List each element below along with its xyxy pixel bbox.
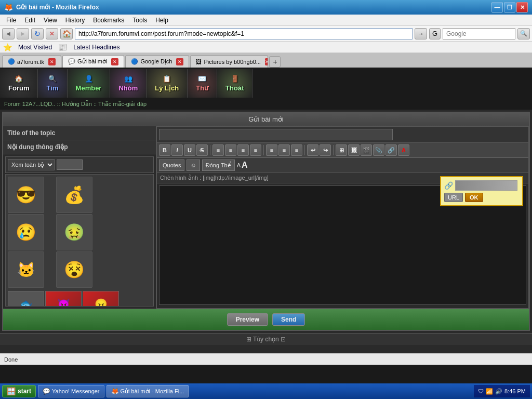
breadcrumb-forum[interactable]: Forum 12A7...LQD.. <box>4 101 55 107</box>
emoji-item[interactable]: 😵 <box>56 251 92 288</box>
tab-close-a7forum[interactable]: ✕ <box>48 58 56 65</box>
toolbar-align-center[interactable]: ≡ <box>225 144 236 156</box>
bookmark-latest-headlines[interactable]: Latest Headlines <box>73 44 119 51</box>
toolbar-table[interactable]: ⊞ <box>336 144 347 156</box>
form-buttons: Preview Send <box>3 309 529 330</box>
banner-forum[interactable]: 🏠 Forum <box>0 69 38 98</box>
toolbar-link[interactable]: 🔗 <box>385 144 397 156</box>
addressbar: ◀ ▶ ↻ ✕ 🏠 → G 🔍 <box>0 26 532 42</box>
browser-icon: 🦊 <box>4 3 13 11</box>
emoji-item[interactable]: 😢 <box>8 214 44 250</box>
url-popup-buttons: URL OK <box>444 193 519 202</box>
banner-member[interactable]: 👤 Member <box>68 69 111 98</box>
emoji-panel: Xem toàn bộ 😎 💰 😢 🤢 <box>3 154 156 309</box>
emoji-filter-select[interactable]: Xem toàn bộ <box>8 159 55 170</box>
tab-gui-bai-moi[interactable]: 💬 Gửi bài mới ✕ <box>62 55 124 68</box>
sep1 <box>210 145 210 155</box>
banner-search-icon: 🔍 <box>48 75 57 83</box>
menu-tools[interactable]: Tools <box>128 16 151 25</box>
breadcrumb-sep1: :: <box>57 101 62 107</box>
search-button[interactable]: 🔍 <box>517 28 530 39</box>
breadcrumb-thac-mac[interactable]: Thắc mắc-giải đáp <box>98 101 147 107</box>
toolbar-attach[interactable]: 📎 <box>373 144 384 156</box>
toolbar-align-right[interactable]: ≡ <box>237 144 249 156</box>
search-input[interactable] <box>443 28 515 39</box>
close-button[interactable]: ✕ <box>516 2 528 12</box>
toolbar-list-unordered[interactable]: ≡ <box>278 144 290 156</box>
url-popup-ok-btn[interactable]: OK <box>465 193 483 202</box>
emoji-item[interactable]: 😎 <box>8 177 44 213</box>
menu-help[interactable]: Help <box>151 16 172 25</box>
emoji-item[interactable]: 💰 <box>56 177 92 213</box>
banner-profile[interactable]: 📋 Lý Lịch <box>147 69 188 98</box>
toolbar-bold[interactable]: B <box>159 144 170 156</box>
toolbar-image[interactable]: 🖼 <box>348 144 360 156</box>
tab-pictures[interactable]: 🖼 Pictures by b00ngb0... ✕ <box>190 55 268 68</box>
toolbar-strikethrough[interactable]: S̶ <box>196 144 208 156</box>
post-form-title: Gửi bài mới <box>248 115 283 123</box>
editor-toolbar: B I U S̶ ≡ ≡ ≡ ≡ ≡ ≡ ≡ ↩ ↪ <box>157 143 528 158</box>
toolbar-justify[interactable]: ≡ <box>250 144 261 156</box>
toolbar-undo[interactable]: ↩ <box>307 144 318 156</box>
topic-title-label: Title of the topic <box>7 129 55 137</box>
menu-edit[interactable]: Edit <box>20 16 39 25</box>
toolbar-close-tag[interactable]: Đóng Thể <box>202 159 235 171</box>
toolbar-list-ordered[interactable]: ≡ <box>266 144 277 156</box>
url-popup-input[interactable] <box>455 180 517 191</box>
menu-bookmarks[interactable]: Bookmarks <box>89 16 128 25</box>
restore-button[interactable]: ❐ <box>504 2 515 12</box>
browser-content: 🏠 Forum 🔍 Tìm 👤 Member 👥 Nhóm 📋 Lý Lịch … <box>0 68 532 353</box>
banner-logout[interactable]: 🚪 Thoát <box>217 69 252 98</box>
menu-history[interactable]: History <box>61 16 89 25</box>
reload-button[interactable]: ↻ <box>31 28 44 39</box>
minimize-button[interactable]: — <box>491 2 503 12</box>
tab-a7forum[interactable]: 🔵 a7forum.tk ✕ <box>2 55 61 68</box>
breadcrumb-huong-dan[interactable]: Hướng Dẫn <box>62 101 92 107</box>
home-button[interactable]: 🏠 <box>60 28 73 39</box>
toolbar-quotes[interactable]: Quotes <box>159 159 184 171</box>
options-label: Tùy chọn <box>253 336 279 343</box>
banner-logout-label: Thoát <box>225 84 244 92</box>
banner-profile-icon: 📋 <box>163 75 171 83</box>
emoji-item[interactable]: 🤢 <box>56 214 92 250</box>
url-popup-url-btn[interactable]: URL <box>444 193 463 202</box>
url-input[interactable] <box>75 28 413 39</box>
menu-view[interactable]: View <box>39 16 61 25</box>
topic-title-input[interactable] <box>159 129 393 140</box>
banner-search[interactable]: 🔍 Tìm <box>38 69 67 98</box>
banner-search-label: Tìm <box>46 84 58 92</box>
emoji-item[interactable]: 🐱 <box>8 251 44 288</box>
font-size-large: A <box>242 161 248 170</box>
toolbar-video[interactable]: 🎬 <box>361 144 372 156</box>
menu-file[interactable]: File <box>2 16 20 25</box>
tab-google-dich[interactable]: 🔵 Google Dịch ✕ <box>125 55 189 68</box>
editor-secondary-bar: Quotes ☺ Đóng Thể A A <box>157 158 528 173</box>
toolbar-align-left[interactable]: ≡ <box>212 144 224 156</box>
options-expand-icon: ⊞ <box>246 336 251 343</box>
send-button[interactable]: Send <box>272 313 305 326</box>
emoji-grid: 😎 💰 😢 🤢 🐱 😵 <box>6 175 153 290</box>
tab-close-google-dich[interactable]: ✕ <box>176 58 183 65</box>
go-button[interactable]: → <box>415 28 427 39</box>
new-tab-button[interactable]: + <box>269 56 281 68</box>
banner-profile-label: Lý Lịch <box>155 84 179 92</box>
tab-close-gui-bai-moi[interactable]: ✕ <box>111 58 118 65</box>
banner-mail[interactable]: ✉️ Thư <box>188 69 217 98</box>
bookmark-most-visited[interactable]: Most Visited <box>18 44 52 51</box>
toolbar-italic[interactable]: I <box>171 144 183 156</box>
toolbar-redo[interactable]: ↪ <box>320 144 331 156</box>
forward-button[interactable]: ▶ <box>17 28 29 39</box>
banner-nhom-label: Nhóm <box>118 84 138 92</box>
options-right-icon: ⊡ <box>281 336 286 343</box>
banner-nhom[interactable]: 👥 Nhóm <box>110 69 147 98</box>
toolbar-underline[interactable]: U <box>184 144 195 156</box>
stop-button[interactable]: ✕ <box>46 28 58 39</box>
back-button[interactable]: ◀ <box>2 28 15 39</box>
tab-favicon-gui-bai-moi: 💬 <box>68 58 75 65</box>
tab-close-pictures[interactable]: ✕ <box>265 58 269 65</box>
preview-button[interactable]: Preview <box>227 313 268 326</box>
toolbar-font-color[interactable]: A <box>398 144 409 156</box>
toolbar-indent[interactable]: ≡ <box>291 144 302 156</box>
post-form-header: Gửi bài mới <box>3 113 529 126</box>
toolbar-emoji[interactable]: ☺ <box>187 159 200 171</box>
